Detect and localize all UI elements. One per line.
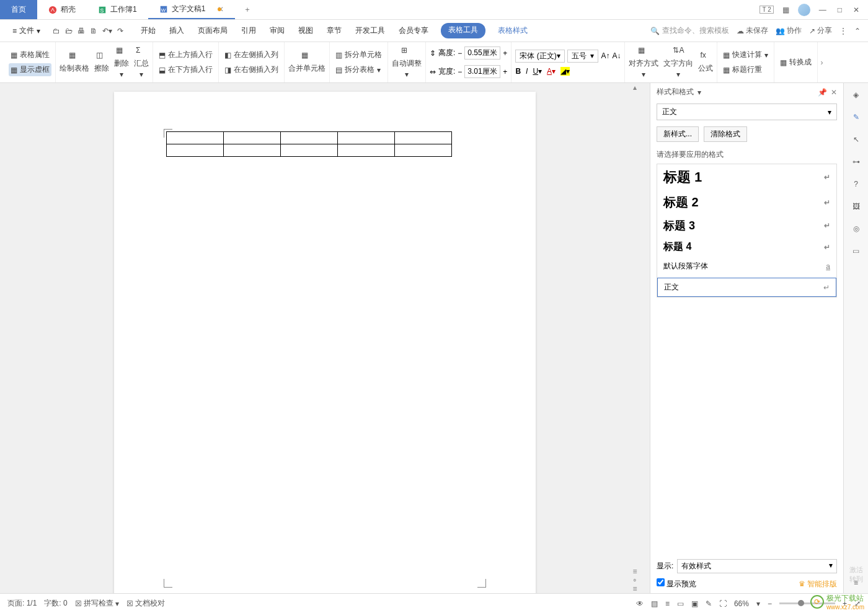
view-outline-icon[interactable]: ≡ <box>665 599 670 608</box>
qat-undo-icon[interactable]: ↶▾ <box>102 27 112 35</box>
font-grow-icon[interactable]: A↑ <box>601 51 609 60</box>
vertical-scrollbar[interactable]: ▴ ≡ ∘ ≡ <box>630 83 640 593</box>
menu-member[interactable]: 会员专享 <box>397 23 430 38</box>
italic-button[interactable]: I <box>526 67 528 76</box>
tool-book-icon[interactable]: ▭ <box>852 247 859 255</box>
tool-settings-icon[interactable]: ⊶ <box>852 157 860 166</box>
view-edit-icon[interactable]: ✎ <box>706 599 712 608</box>
title-repeat-button[interactable]: ▦ 标题行重 <box>721 63 770 76</box>
convert-button[interactable]: ▦ 转换成 <box>778 56 813 69</box>
width-inc[interactable]: + <box>503 68 507 76</box>
qat-export-icon[interactable]: 🗎 <box>90 27 97 35</box>
menu-start[interactable]: 开始 <box>140 23 157 38</box>
window-maximize-button[interactable]: □ <box>835 4 844 15</box>
align-button[interactable]: ▦对齐方式▾ <box>629 46 658 79</box>
style-heading3[interactable]: 标题 3↵ <box>657 214 836 237</box>
font-select[interactable]: 宋体 (正文)▾ <box>515 50 565 63</box>
zoom-value[interactable]: 66% <box>734 599 749 608</box>
autofit-button[interactable]: ⊞自动调整▾ <box>392 46 422 79</box>
tool-select-icon[interactable]: ↖ <box>853 135 859 144</box>
font-size-select[interactable]: 五号▾ <box>567 50 598 63</box>
file-menu[interactable]: ≡ 文件 ▾ <box>7 23 45 38</box>
qat-redo-icon[interactable]: ↷ <box>117 27 123 35</box>
insert-left-button[interactable]: ◧ 在左侧插入列 <box>223 48 280 61</box>
scroll-next-icon[interactable]: ≡ <box>632 584 637 593</box>
formula-button[interactable]: fx公式 <box>698 51 713 74</box>
quick-calc-button[interactable]: ▦ 快速计算▾ <box>721 48 770 61</box>
scroll-marker-icon[interactable]: ∘ <box>632 576 637 584</box>
font-color-button[interactable]: A▾ <box>547 67 556 76</box>
insert-right-button[interactable]: ◨ 在右侧插入列 <box>223 63 280 76</box>
menu-table-style[interactable]: 表格样式 <box>497 23 529 38</box>
underline-button[interactable]: U▾ <box>533 67 542 76</box>
share-button[interactable]: ↗分享 <box>809 25 832 36</box>
menu-dev[interactable]: 开发工具 <box>354 23 386 38</box>
style-heading1[interactable]: 标题 1↵ <box>657 164 836 190</box>
tab-doc[interactable]: W 文字文稿1 ✕ <box>148 0 236 19</box>
panel-close-icon[interactable]: ✕ <box>831 88 837 97</box>
height-dec[interactable]: − <box>458 49 462 58</box>
font-shrink-icon[interactable]: A↓ <box>612 51 621 60</box>
menu-view[interactable]: 视图 <box>297 23 314 38</box>
tool-image-icon[interactable]: 🖼 <box>852 202 860 211</box>
qat-save-icon[interactable]: 🗀 <box>53 27 60 35</box>
scroll-prev-icon[interactable]: ≡ <box>632 567 637 576</box>
new-tab-button[interactable]: ＋ <box>235 0 260 19</box>
tool-pen-icon[interactable]: ✎ <box>853 113 859 121</box>
preview-checkbox[interactable]: 显示预览 <box>657 578 696 589</box>
view-web-icon[interactable]: ▭ <box>677 599 684 608</box>
zoom-out-button[interactable]: − <box>768 599 772 608</box>
qat-print-icon[interactable]: 🗁 <box>65 27 73 35</box>
style-default-font[interactable]: 默认段落字体a <box>657 257 836 275</box>
menu-review[interactable]: 审阅 <box>268 23 286 38</box>
window-close-button[interactable]: ✕ <box>851 4 862 15</box>
draw-table-button[interactable]: ▦绘制表格 <box>60 51 89 74</box>
app-grid-icon[interactable]: ▦ <box>780 4 792 15</box>
smart-layout-button[interactable]: ♛智能排版 <box>799 579 837 589</box>
zoom-fit-icon[interactable]: ⛶ <box>719 599 727 608</box>
insert-below-button[interactable]: ⬓ 在下方插入行 <box>157 63 215 76</box>
new-style-button[interactable]: 新样式... <box>657 126 699 142</box>
pin-icon[interactable]: 📌 <box>818 88 827 97</box>
text-dir-button[interactable]: ⇅A文字方向▾ <box>663 46 693 79</box>
status-page[interactable]: 页面: 1/1 <box>7 598 37 609</box>
window-minimize-button[interactable]: ― <box>817 4 829 15</box>
document-table[interactable] <box>166 131 452 157</box>
status-words[interactable]: 字数: 0 <box>44 598 67 609</box>
width-dec[interactable]: − <box>458 68 462 76</box>
document-canvas[interactable] <box>0 83 650 593</box>
erase-button[interactable]: ◫擦除 <box>94 51 109 74</box>
split-table-button[interactable]: ▤ 拆分表格 ▾ <box>334 63 384 76</box>
header-badge-icon[interactable]: T 2 <box>760 6 773 14</box>
status-eye-icon[interactable]: 👁 <box>636 599 644 608</box>
unsaved-indicator[interactable]: ☁未保存 <box>737 25 768 36</box>
tab-workbook[interactable]: S 工作簿1 <box>87 0 148 19</box>
clear-format-button[interactable]: 清除格式 <box>704 126 747 142</box>
style-heading4[interactable]: 标题 4↵ <box>657 237 836 257</box>
more-icon[interactable]: ⋮ <box>839 27 847 35</box>
menu-table-tool[interactable]: 表格工具 <box>441 23 485 38</box>
menu-ref[interactable]: 引用 <box>240 23 257 38</box>
status-proof[interactable]: ☒ 文档校对 <box>126 598 165 609</box>
height-inc[interactable]: + <box>503 49 507 58</box>
menu-section[interactable]: 章节 <box>326 23 343 38</box>
merge-cells-button[interactable]: ▦合并单元格 <box>288 51 326 74</box>
style-heading2[interactable]: 标题 2↵ <box>657 190 836 214</box>
command-search[interactable]: 🔍 查找命令、搜索模板 <box>650 25 729 36</box>
style-normal[interactable]: 正文↵ <box>657 278 836 297</box>
view-read-icon[interactable]: ▣ <box>691 599 698 608</box>
collapse-ribbon-icon[interactable]: ⌃ <box>854 27 861 35</box>
user-avatar[interactable] <box>798 4 810 16</box>
menu-layout[interactable]: 页面布局 <box>197 23 229 38</box>
summary-button[interactable]: Σ汇总▾ <box>134 46 149 79</box>
status-spell[interactable]: ☒ 拼写检查 ▾ <box>75 598 119 609</box>
tool-diamond-icon[interactable]: ◈ <box>853 90 859 99</box>
view-page-icon[interactable]: ▤ <box>651 599 658 608</box>
height-input[interactable]: 0.55厘米 <box>464 46 500 60</box>
scroll-up-icon[interactable]: ▴ <box>633 83 637 92</box>
current-style-select[interactable]: 正文▾ <box>657 104 837 120</box>
highlight-button[interactable]: ◢▾ <box>560 67 570 76</box>
delete-button[interactable]: ▦删除▾ <box>114 46 129 79</box>
qat-preview-icon[interactable]: 🖶 <box>78 27 85 35</box>
menu-insert[interactable]: 插入 <box>168 23 185 38</box>
